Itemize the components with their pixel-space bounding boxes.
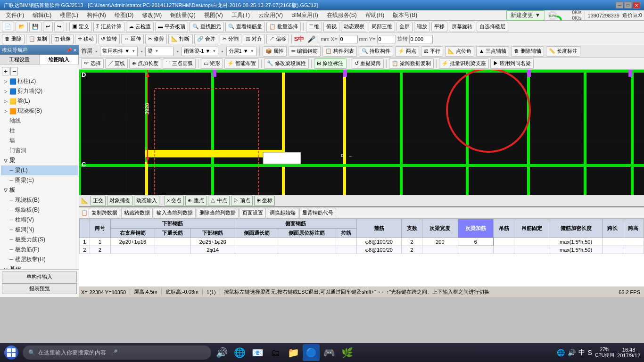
tree-item-ring-beam[interactable]: ─ 圈梁(E) [1,175,78,185]
tray-volume[interactable]: 🔊 [568,349,576,356]
menu-modify[interactable]: 修改(M) [138,10,165,20]
page-setup-btn[interactable]: 页面设置 [239,208,266,218]
smart-btn[interactable]: ⚡ 智能布置 [224,58,259,69]
calc-btn[interactable]: Σ 汇总计算 [93,22,124,32]
tree-item-axis[interactable]: 轴线 [1,116,78,126]
component-list-btn[interactable]: 📋 构件列表 [322,46,357,57]
tree-item-slab-top[interactable]: ▷ 🟧 现浇板(B) [1,106,78,116]
del-col-data-btn[interactable]: 删除当前列数据 [197,208,239,218]
tree-item-column[interactable]: ▷ 🟦 框柱(Z) [1,76,78,86]
intersection-btn[interactable]: × 交点 [165,196,184,206]
dynamic-view-btn[interactable]: 动态观察 [341,22,367,32]
select-floor-btn[interactable]: 自选择楼层 [477,22,508,32]
s-btn[interactable]: S中 [294,35,305,43]
align-btn[interactable]: ⚖ 对齐 [243,34,265,44]
pan-btn[interactable]: 平移 [431,22,447,32]
modify-beam-prop-btn[interactable]: 🔧 修改梁段属性 [264,58,309,69]
sidebar-pin-btn[interactable]: 📌 ✕ [66,48,77,53]
menu-tools[interactable]: 工具(T) [228,10,254,20]
start-button[interactable] [2,344,21,361]
find-element-btn[interactable]: 🔍 查找图元 [190,22,224,32]
taskbar-app-6[interactable]: 🔵 [303,344,320,361]
copy-btn[interactable]: 📋 复制 [26,34,50,44]
menu-file[interactable]: 文件(F) [2,10,28,20]
rect-btn[interactable]: ▭ 矩形 [201,58,223,69]
tree-item-slab-hole[interactable]: ─ 板洞(N) [1,225,78,235]
copy-span-btn[interactable]: 📋 梁跨数据复制 [389,58,434,69]
combo-layer[interactable]: 分层1 ▼ [226,47,256,56]
maximize-btn[interactable]: □ [624,2,632,8]
object-capture-btn[interactable]: 对象捕捉 [107,196,132,206]
redraw-span-btn[interactable]: ↺ 重提梁跨 [352,58,384,69]
tree-item-wall[interactable]: 墙 [1,136,78,146]
taskbar-app-2[interactable]: 🌐 [231,344,248,361]
menu-component[interactable]: 构件(N) [83,10,110,20]
tree-item-neg-rebar[interactable]: ─ 板负筋(F) [1,245,78,255]
menu-edit[interactable]: 编辑(E) [29,10,55,20]
tree-item-cast-slab[interactable]: ─ 现浇板(B) [1,195,78,205]
copy-span-data-btn[interactable]: 复制跨数据 [89,208,120,218]
tree-item-shearwall[interactable]: ▷ 🟦 剪力墙(Q) [1,86,78,96]
point-extend-btn[interactable]: ⊕ 点加长度 [129,58,161,69]
single-component-btn[interactable]: 单构件输入 [2,272,77,282]
origin-label-btn[interactable]: ⊞ 原位标注 [314,58,346,69]
menu-help[interactable]: 帮助(H) [362,10,388,20]
y-input[interactable] [377,35,396,43]
cloud-check-btn[interactable]: ☁ 云检查 [126,22,154,32]
open-btn[interactable]: 📂 [16,22,28,32]
menu-cloud[interactable]: 云应用(V) [255,10,287,20]
screen-rotate-btn[interactable]: 屏幕旋转 [449,22,475,32]
top-pt-btn[interactable]: ▷ 顶点 [231,196,253,206]
menu-bim[interactable]: BIM应用(I) [288,10,322,20]
coord-btn[interactable]: ⊞ 坐标 [254,196,275,206]
tree-item-window[interactable]: 门窗洞 [1,146,78,156]
align-slab-btn[interactable]: ▬ 平齐板顶 [155,22,188,32]
orthogonal-btn[interactable]: 正交 [91,196,106,206]
redo-btn[interactable]: ↪ [54,22,64,32]
tree-item-beam-l[interactable]: ─ 梁(L) [1,165,78,175]
menu-online[interactable]: 在线服务(S) [323,10,361,20]
close-btn[interactable]: ✕ [633,2,640,8]
delete-btn[interactable]: 🗑 删除 [2,34,25,44]
define-btn[interactable]: ▣ 定义 [69,22,92,32]
undo-btn[interactable]: ↩ [43,22,53,32]
tree-item-beam-top[interactable]: ▷ 🟨 梁(L) [1,96,78,106]
point-angle-btn[interactable]: 📐 点位角 [445,46,474,57]
new-btn[interactable]: 📄 [2,22,14,32]
tree-item-col[interactable]: 柱 [1,126,78,136]
menu-version[interactable]: 版本号(B) [389,10,421,20]
tray-network[interactable]: 🌐 [557,349,565,356]
view-top-btn[interactable]: 俯视 [323,22,339,32]
tree-item-slab-rebar[interactable]: ─ 板受力筋(S) [1,235,78,245]
view-rebar-btn[interactable]: 🔍 查看钢筋量 [225,22,265,32]
tree-item-beam-cat[interactable]: ▽ 梁 [1,156,78,165]
fullscreen-btn[interactable]: 全屏 [396,22,413,32]
apply-same-btn[interactable]: ▶ 应用到同名梁 [490,58,534,69]
search-bar[interactable]: 🔍 在这里输入你要搜索的内容 🎤 [23,346,211,360]
menu-draw[interactable]: 绘图(D) [111,10,138,20]
taskbar-app-5[interactable]: 📁 [285,344,302,361]
parallel-btn[interactable]: ⚖ 平行 [421,46,443,57]
select-btn[interactable]: ☞ 选择 [81,58,104,69]
trim-btn[interactable]: ✂ 修剪 [145,34,167,44]
minimize-btn[interactable]: ─ [616,2,623,8]
tray-ime-s[interactable]: S [588,349,592,356]
heavy-pt-btn[interactable]: ⊕ 重点 [185,196,206,206]
length-mark-btn[interactable]: 📏 长度标注 [546,46,580,57]
remove-component-btn[interactable]: − [10,67,18,75]
break-btn[interactable]: 📐 打断 [168,34,192,44]
menu-floor[interactable]: 楼层(L) [56,10,82,20]
view-2d-btn[interactable]: 二维 [306,22,322,32]
menu-rebar[interactable]: 钢筋量(Q) [166,10,199,20]
save-btn[interactable]: 💾 [29,22,41,32]
report-preview-btn[interactable]: 报表预览 [2,283,77,294]
zoom-btn[interactable]: 缩放 [414,22,430,32]
tree-item-floor-band[interactable]: ─ 楼层板带(H) [1,255,78,264]
x-input[interactable] [339,35,358,43]
taskbar-app-4[interactable]: 🗂 [267,344,284,361]
offset-btn[interactable]: ↗ 偏移 [266,34,289,44]
mic-btn[interactable]: 🎤 [307,35,315,43]
show-rebar-code-btn[interactable]: 显背钢筋代号 [299,208,336,218]
rotate-btn[interactable]: ↺ 旋转 [98,34,120,44]
batch-identify-btn[interactable]: ⚡ 批量识别梁支座 [439,58,489,69]
